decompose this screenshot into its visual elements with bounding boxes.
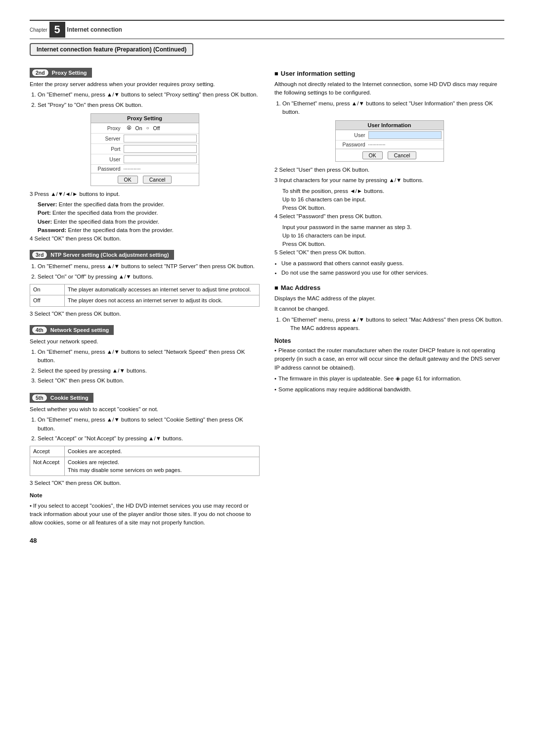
step-4th-badge: 4th [32,326,47,334]
left-column: 2nd Proxy Setting Enter the proxy server… [30,63,260,544]
step-4th-heading: 4th Network Speed setting [30,325,114,335]
cookie-step-2: Select "Accept" or "Not Accept" by press… [38,434,260,443]
proxy-intro: Enter the proxy server address when your… [30,80,260,89]
user-info-step4-details: Input your password in the same manner a… [282,223,504,249]
proxy-step3: 3 Press ▲/▼/◄/► buttons to input. [30,190,260,198]
mac-steps: On "Ethernet" menu, press ▲/▼ buttons to… [274,316,504,333]
cookie-not-accept: Not Accept [30,457,65,476]
user-info-step-1: On "Ethernet" menu, press ▲/▼ buttons to… [282,99,504,117]
step-3rd-title: NTP Server setting (Clock adjustment set… [50,252,169,258]
table-row: Accept Cookies are accepted. [30,446,260,457]
user-info-step2: 2 Select "User" then press OK button. [274,166,504,174]
network-step-2: Select the speed by pressing ▲/▼ buttons… [38,367,260,375]
step-3rd-badge: 3rd [32,251,47,259]
proxy-radio-row: Proxy ⦿ On ○ Off [91,123,199,134]
user-info-steps: On "Ethernet" menu, press ▲/▼ buttons to… [274,99,504,117]
user-detail-3: Press OK button. [282,204,504,212]
user-label: User [93,156,124,162]
network-step-1: On "Ethernet" menu, press ▲/▼ buttons to… [38,348,260,365]
proxy-cancel-button[interactable]: Cancel [143,176,172,184]
user-info-heading: User information setting [274,70,504,77]
user-detail-1: To shift the position, press ◄/► buttons… [282,187,504,195]
note-item-2: •The firmware in this player is updateab… [274,375,504,383]
chapter-number: 5 [49,22,65,38]
step-5th-badge: 5th [32,394,47,402]
user-info-password-label: Password [338,142,368,147]
user-info-form-title: User Information [336,121,444,130]
cookie-note: Note •If you select to accept "cookies",… [30,491,260,527]
proxy-radio-group: ⦿ On ○ Off [124,124,163,132]
radio-off: ○ [146,125,149,131]
user-input[interactable] [124,155,197,163]
detail-user: User: Enter the specified data from the … [38,218,260,226]
step-3rd-heading: 3rd NTP Server setting (Clock adjustment… [30,250,174,260]
user-info-user-input[interactable] [368,131,442,139]
step-2nd-heading: 2nd Proxy Setting [30,68,92,78]
proxy-form-title: Proxy Setting [91,114,199,123]
proxy-user-row: User [91,154,199,165]
ntp-on-desc: The player automatically accesses an int… [65,284,260,295]
port-input[interactable] [124,145,197,153]
table-row: Off The player does not access an intern… [30,295,260,306]
chapter-label: Chapter [30,27,47,33]
proxy-off-label: Off [153,125,160,131]
proxy-step4: 4 Select "OK" then press OK button. [30,235,260,243]
user-info-form: User Information User Password ·········… [335,120,444,162]
mac-intro: Displays the MAC address of the player. [274,294,504,303]
network-intro: Select your network speed. [30,337,260,346]
chapter-bar: Chapter 5 Internet connection [30,20,504,39]
chapter-title: Internet connection [67,26,122,33]
bullet-2: Do not use the same password you use for… [281,269,504,277]
network-steps: On "Ethernet" menu, press ▲/▼ buttons to… [30,348,260,385]
user-info-password-value: ············ [368,142,386,147]
proxy-step-2: Set "Proxy" to "On" then press OK button… [38,101,260,109]
ntp-step-2: Select "On" or "Off" by pressing ▲/▼ but… [38,273,260,281]
step-2nd-title: Proxy Setting [52,70,87,76]
notes-list: •Please contact the router manufacturer … [274,346,504,394]
ntp-on: On [30,284,65,295]
proxy-step3-details: Server: Enter the specified data from th… [38,200,260,235]
proxy-server-row: Server [91,134,199,144]
port-label: Port [93,146,124,152]
cookie-note-title: Note [30,491,260,500]
cookie-intro: Select whether you wish to accept "cooki… [30,405,260,414]
table-row: Not Accept Cookies are rejected.This may… [30,457,260,476]
cookie-accept: Accept [30,446,65,457]
ntp-steps: On "Ethernet" menu, press ▲/▼ buttons to… [30,262,260,281]
password-label: Password [93,166,124,172]
proxy-form: Proxy Setting Proxy ⦿ On ○ Off Server Po… [90,113,199,186]
cookie-step-1: On "Ethernet" menu, press ▲/▼ buttons to… [38,416,260,433]
mac-cannot-change: It cannot be changed. [274,305,504,313]
proxy-form-buttons: OK Cancel [91,173,199,186]
user-info-step3: 3 Input characters for your name by pres… [274,176,504,185]
user-info-ok-button[interactable]: OK [362,151,383,159]
server-input[interactable] [124,135,197,142]
user-info-step3-details: To shift the position, press ◄/► buttons… [282,187,504,213]
user-info-bullets: Use a password that others cannot easily… [274,259,504,278]
server-label: Server [93,136,124,142]
user-pwd-detail-2: Up to 16 characters can be input. [282,232,504,240]
user-pwd-detail-3: Press OK button. [282,240,504,248]
cookie-steps: On "Ethernet" menu, press ▲/▼ buttons to… [30,416,260,443]
radio-on-selected: ⦿ [127,125,132,131]
user-pwd-detail-1: Input your password in the same manner a… [282,223,504,232]
ntp-off: Off [30,295,65,306]
notes-title: Notes [274,337,504,344]
ntp-off-desc: The player does not access an internet s… [65,295,260,306]
note-item-1: •Please contact the router manufacturer … [274,346,504,372]
ntp-table: On The player automatically accesses an … [30,284,260,307]
user-info-cancel-button[interactable]: Cancel [388,151,417,159]
cookie-note-text: •If you select to accept "cookies", the … [30,502,260,527]
user-info-password-row: Password ············ [336,141,444,149]
mac-step-1: On "Ethernet" menu, press ▲/▼ buttons to… [282,316,504,333]
right-column: User information setting Although not di… [274,63,504,544]
proxy-password-row: Password ············ [91,165,199,173]
step-5th-title: Cookie Setting [50,395,89,401]
proxy-label: Proxy [93,125,124,131]
proxy-ok-button[interactable]: OK [118,176,138,184]
user-info-step5: 5 Select "OK" then press OK button. [274,248,504,257]
note-item-3: •Some applications may require additiona… [274,385,504,394]
page-header: Internet connection feature (Preparation… [30,43,193,56]
password-value: ············ [124,166,141,172]
network-step-3: Select "OK" then press OK button. [38,377,260,385]
